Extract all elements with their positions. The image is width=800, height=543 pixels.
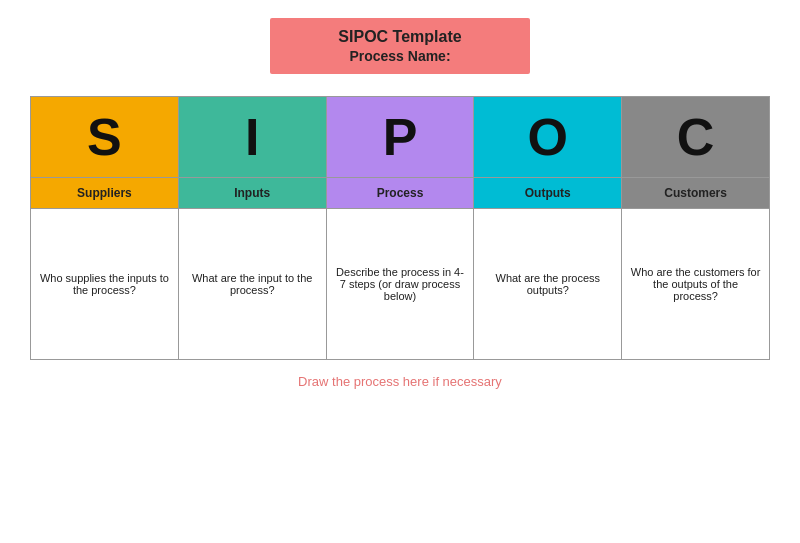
letter-p: P	[327, 97, 475, 177]
label-suppliers: Suppliers	[31, 178, 179, 208]
content-suppliers: Who supplies the inputs to the process?	[31, 209, 179, 359]
content-outputs: What are the process outputs?	[474, 209, 622, 359]
letter-o: O	[474, 97, 622, 177]
letter-i: I	[179, 97, 327, 177]
header-title: SIPOC Template	[290, 28, 510, 46]
letter-c: C	[622, 97, 769, 177]
footer-text: Draw the process here if necessary	[298, 374, 502, 389]
label-outputs: Outputs	[474, 178, 622, 208]
label-process: Process	[327, 178, 475, 208]
label-inputs: Inputs	[179, 178, 327, 208]
content-inputs: What are the input to the process?	[179, 209, 327, 359]
label-customers: Customers	[622, 178, 769, 208]
content-row: Who supplies the inputs to the process? …	[31, 208, 769, 359]
label-row: Suppliers Inputs Process Outputs Custome…	[31, 177, 769, 208]
header-box: SIPOC Template Process Name:	[270, 18, 530, 74]
content-process: Describe the process in 4-7 steps (or dr…	[327, 209, 475, 359]
sipoc-table: S I P O C Suppliers Inputs Process Outpu…	[30, 96, 770, 360]
letter-row: S I P O C	[31, 97, 769, 177]
letter-s: S	[31, 97, 179, 177]
header-subtitle: Process Name:	[290, 48, 510, 64]
content-customers: Who are the customers for the outputs of…	[622, 209, 769, 359]
